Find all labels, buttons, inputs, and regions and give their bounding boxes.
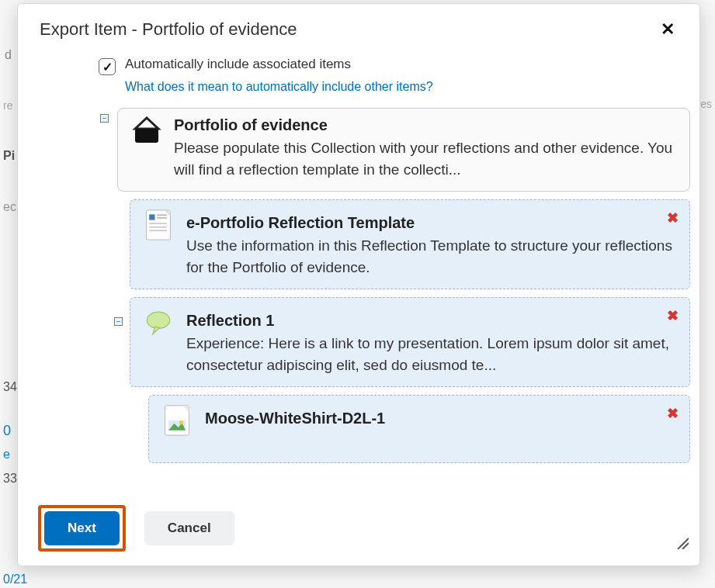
tree-child-node: ✖ Moose-WhiteShirt-D2	[148, 395, 690, 463]
bg-text: ec	[3, 200, 16, 214]
resize-grip-icon[interactable]	[675, 535, 689, 553]
root-node-title: Portfolio of evidence	[174, 116, 674, 134]
auto-include-checkbox[interactable]	[99, 58, 116, 75]
tree-root-node: Portfolio of evidence Please populate th…	[117, 108, 690, 192]
tree-child-node: ✖	[130, 199, 690, 289]
bg-text: 0/21	[3, 572, 27, 586]
tree-child-node: ✖ Reflection 1 Experience: Here is a lin…	[130, 297, 690, 387]
bg-text: re	[3, 99, 12, 112]
next-button[interactable]: Next	[44, 511, 120, 545]
remove-item-button[interactable]: ✖	[667, 307, 679, 324]
dialog-body-scroll[interactable]: Automatically include associated items W…	[64, 46, 690, 496]
svg-point-14	[179, 420, 183, 424]
auto-include-label: Automatically include associated items	[125, 57, 351, 72]
child-node-title: Reflection 1	[186, 312, 675, 330]
remove-item-button[interactable]: ✖	[667, 405, 679, 422]
bg-text: 34	[3, 380, 17, 394]
bg-text: d	[5, 48, 12, 62]
item-tree: Portfolio of evidence Please populate th…	[64, 108, 690, 463]
child-node-title: e-Portfolio Reflection Template	[186, 214, 675, 232]
child-node-description: Experience: Here is a link to my present…	[186, 333, 675, 375]
next-button-highlight: Next	[38, 505, 126, 552]
document-icon	[144, 209, 175, 244]
reflection-cloud-icon	[144, 307, 175, 341]
cancel-button[interactable]: Cancel	[144, 511, 234, 545]
close-button[interactable]: ✕	[658, 19, 678, 40]
bg-text: Pi	[3, 149, 15, 163]
dialog-title: Export Item - Portfolio of evidence	[40, 19, 297, 40]
collapse-toggle-root[interactable]	[100, 114, 109, 123]
auto-include-help-link[interactable]: What does it mean to automatically inclu…	[125, 80, 690, 94]
bg-text: e	[3, 448, 10, 462]
child-node-title: Moose-WhiteShirt-D2L-1	[205, 410, 385, 427]
dialog-header: Export Item - Portfolio of evidence ✕	[18, 4, 699, 46]
bg-text: 0	[3, 423, 11, 439]
image-file-icon	[163, 405, 194, 439]
svg-rect-0	[135, 129, 158, 143]
export-item-dialog: Export Item - Portfolio of evidence ✕ Au…	[17, 3, 700, 566]
svg-rect-3	[149, 214, 154, 220]
bg-text: 33	[3, 472, 17, 486]
remove-item-button[interactable]: ✖	[667, 209, 679, 227]
child-node-description: Use the information in this Reflection T…	[186, 235, 675, 278]
bg-text: es	[700, 98, 712, 110]
collapse-toggle-child[interactable]	[114, 317, 123, 326]
binder-clip-icon	[130, 116, 163, 180]
dialog-footer: Next Cancel	[18, 496, 699, 566]
svg-point-9	[147, 312, 169, 328]
root-node-description: Please populate this Collection with you…	[174, 137, 674, 180]
